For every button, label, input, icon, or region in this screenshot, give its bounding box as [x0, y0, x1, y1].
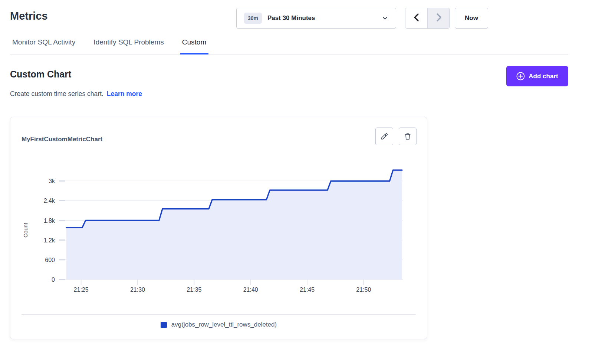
- svg-text:3k: 3k: [49, 178, 55, 184]
- add-chart-label: Add chart: [529, 73, 558, 80]
- chart-title: MyFirstCustomMetricChart: [22, 136, 102, 143]
- delete-chart-button[interactable]: [399, 128, 417, 145]
- edit-chart-button[interactable]: [375, 128, 393, 145]
- svg-text:2.4k: 2.4k: [44, 198, 55, 204]
- now-button[interactable]: Now: [455, 8, 488, 29]
- tab-monitor-sql-activity[interactable]: Monitor SQL Activity: [10, 38, 78, 54]
- legend-divider: [22, 314, 416, 315]
- add-chart-button[interactable]: Add chart: [506, 66, 568, 86]
- svg-text:21:40: 21:40: [243, 287, 258, 293]
- custom-chart-card: MyFirstCustomMetricChart 06001.2k1.8k2.4…: [10, 117, 427, 339]
- svg-text:Count: Count: [22, 222, 29, 238]
- legend-swatch: [161, 322, 167, 328]
- plus-circle-icon: [516, 72, 525, 80]
- previous-interval-button[interactable]: [405, 8, 427, 28]
- pencil-icon: [380, 132, 388, 140]
- svg-text:21:45: 21:45: [300, 287, 315, 293]
- section-title: Custom Chart: [10, 69, 71, 80]
- time-range-label: Past 30 Minutes: [267, 14, 315, 22]
- chart-canvas[interactable]: 06001.2k1.8k2.4k3k21:2521:3021:3521:4021…: [22, 154, 417, 299]
- tab-identify-sql-problems[interactable]: Identify SQL Problems: [91, 38, 166, 54]
- chevron-right-icon: [434, 12, 443, 24]
- svg-text:21:25: 21:25: [74, 287, 89, 293]
- time-window-badge: 30m: [244, 13, 262, 24]
- svg-text:600: 600: [45, 257, 55, 263]
- svg-text:1.2k: 1.2k: [44, 237, 55, 244]
- svg-text:21:35: 21:35: [187, 287, 201, 293]
- learn-more-link[interactable]: Learn more: [107, 90, 142, 97]
- next-interval-button[interactable]: [427, 8, 450, 28]
- time-step-buttons: [405, 8, 450, 29]
- trash-icon: [404, 132, 412, 140]
- legend-item[interactable]: avg(jobs_row_level_ttl_rows_deleted): [10, 321, 427, 328]
- metrics-page: Metrics 30m Past 30 Minutes Now Monitor …: [0, 0, 612, 364]
- svg-text:21:50: 21:50: [356, 287, 371, 293]
- chart-actions: [375, 128, 417, 145]
- section-subtitle: Create custom time series chart. Learn m…: [10, 90, 142, 98]
- legend-label: avg(jobs_row_level_ttl_rows_deleted): [171, 321, 277, 328]
- page-title: Metrics: [10, 10, 48, 22]
- chevron-left-icon: [412, 12, 421, 24]
- svg-text:1.8k: 1.8k: [44, 218, 55, 224]
- subtitle-text: Create custom time series chart.: [10, 90, 103, 97]
- tab-custom[interactable]: Custom: [180, 38, 208, 54]
- svg-text:21:30: 21:30: [130, 287, 145, 293]
- metrics-tabs: Monitor SQL Activity Identify SQL Proble…: [10, 38, 568, 54]
- svg-text:0: 0: [52, 277, 55, 283]
- time-range-select[interactable]: 30m Past 30 Minutes: [236, 8, 396, 29]
- chevron-down-icon: [382, 15, 388, 21]
